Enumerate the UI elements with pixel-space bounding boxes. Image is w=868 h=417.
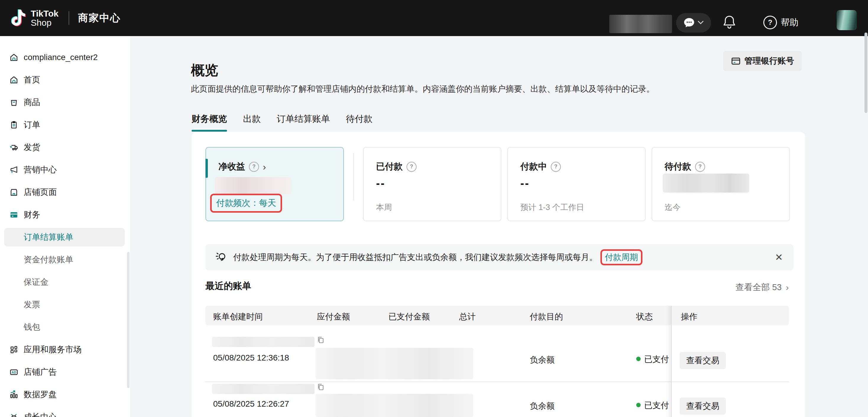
tab-bar: 财务概览 出款 订单结算账单 待付款 (192, 113, 373, 131)
messages-button[interactable] (676, 13, 711, 33)
svg-text:AD: AD (11, 370, 16, 374)
chat-bubble-icon (684, 18, 695, 28)
bill-amounts-redacted (315, 394, 473, 417)
col-total: 总计 (459, 311, 476, 322)
sidebar-item-deposit[interactable]: 保证金 (0, 271, 130, 293)
sidebar-item-apps-services[interactable]: 应用和服务市场 (0, 338, 130, 361)
help-button[interactable]: ? 帮助 (763, 16, 799, 29)
tab-finance-overview[interactable]: 财务概览 (192, 113, 227, 131)
payment-cycle-link[interactable]: 付款周期 (605, 252, 638, 263)
marketing-megaphone-icon (9, 165, 18, 174)
sidebar-item-finance[interactable]: 财务 (0, 204, 130, 226)
net-income-value-redacted (215, 177, 291, 194)
col-payable: 应付金额 (317, 311, 350, 322)
card-note: 预计 1-3 个工作日 (520, 202, 584, 213)
analytics-icon (9, 390, 18, 399)
recent-bills-title: 最近的账单 (206, 280, 251, 292)
card-value: -- (520, 177, 529, 190)
card-value: -- (376, 177, 385, 190)
pending-value-redacted (663, 174, 749, 192)
col-created-at: 账单创建时间 (213, 311, 263, 322)
sidebar-item-data-compass[interactable]: 数据罗盘 (0, 383, 130, 406)
sidebar-item-wallet[interactable]: 钱包 (0, 316, 130, 338)
help-question-icon: ? (763, 16, 777, 29)
avatar[interactable] (837, 10, 857, 30)
sidebar-item-orders[interactable]: 订单 (0, 114, 130, 136)
status-dot (636, 357, 641, 361)
help-circle-icon[interactable]: ? (406, 162, 416, 172)
sidebar-item-home[interactable]: 首页 (0, 69, 130, 91)
sidebar-item-label: 商品 (24, 97, 40, 108)
help-circle-icon[interactable]: ? (551, 162, 561, 172)
bill-id-redacted (212, 337, 315, 347)
payment-frequency-note[interactable]: 付款频次：每天 (216, 197, 276, 209)
brand-line-2: Shop (31, 18, 59, 27)
home-icon (9, 53, 18, 62)
tab-pending-payment[interactable]: 待付款 (346, 113, 373, 131)
bill-created-at: 05/08/2025 12:36:18 (213, 353, 289, 363)
shipping-truck-icon (9, 143, 18, 152)
card-pending-payment: 待付款 ? 迄今 (652, 147, 790, 221)
copy-icon[interactable] (317, 383, 325, 391)
tiktok-logo-icon (11, 9, 27, 27)
sidebar-scrollbar[interactable] (127, 252, 129, 388)
pinned-column-divider (671, 306, 672, 417)
help-circle-icon[interactable]: ? (695, 162, 705, 172)
banner-text: 付款处理周期为每天。为了便于用收益抵扣广告支出或负余额，我们建议发款频次选择每周… (233, 252, 597, 263)
view-transactions-button[interactable]: 查看交易 (680, 397, 726, 415)
sidebar-item-compliance-center[interactable]: compliance_center2 (0, 46, 130, 69)
growth-icon (9, 413, 18, 417)
header-right-cluster: ? 帮助 (609, 0, 868, 36)
chevron-right-icon[interactable]: › (263, 162, 266, 171)
sidebar-item-order-settlement-bills[interactable]: 订单结算账单 (0, 226, 130, 248)
status-badge: 已支付 (644, 400, 669, 411)
annotation-box: 付款周期 (600, 249, 643, 265)
sidebar-item-products[interactable]: 商品 (0, 91, 130, 114)
shop-ads-icon: AD (9, 367, 18, 377)
sidebar-item-label: 保证金 (24, 276, 49, 288)
sidebar-item-invoice[interactable]: 发票 (0, 293, 130, 316)
bill-created-at: 05/08/2025 12:26:27 (213, 399, 289, 409)
notifications-bell-button[interactable] (722, 15, 737, 30)
page-title: 概览 (191, 61, 218, 80)
sidebar-item-label: 订单 (24, 119, 40, 130)
shop-name-redacted[interactable] (609, 15, 672, 33)
sidebar-item-label: 营销中心 (24, 164, 57, 175)
view-transactions-button[interactable]: 查看交易 (680, 352, 726, 369)
row-divider (206, 382, 789, 382)
card-note: 迄今 (664, 202, 681, 213)
bills-table: 账单创建时间 应付金额 已支付金额 总计 付款目的 状态 操作 05/08/20… (206, 306, 789, 417)
copy-icon[interactable] (317, 336, 325, 344)
manage-bank-account-button[interactable]: 管理银行账号 (723, 51, 802, 71)
tab-order-settlement-bills[interactable]: 订单结算账单 (277, 113, 330, 131)
status-badge: 已支付 (644, 354, 669, 365)
sidebar-item-shop-ads[interactable]: AD 店铺广告 (0, 361, 130, 383)
card-net-income[interactable]: 净收益 ? › 付款频次：每天 (206, 147, 344, 221)
col-status: 状态 (636, 311, 653, 322)
table-header: 账单创建时间 应付金额 已支付金额 总计 付款目的 状态 操作 (206, 306, 789, 325)
sidebar-item-growth-center[interactable]: 成长中心 (0, 406, 130, 417)
sidebar-item-fund-payment-bills[interactable]: 资金付款账单 (0, 248, 130, 271)
col-purpose: 付款目的 (530, 311, 563, 322)
tab-withdrawals[interactable]: 出款 (243, 113, 261, 131)
view-all-link[interactable]: 查看全部 53 › (736, 281, 789, 293)
bill-amounts-redacted (315, 348, 473, 379)
sidebar-item-shipping[interactable]: 发货 (0, 136, 130, 158)
card-paying: 付款中 ? -- 预计 1-3 个工作日 (507, 147, 646, 221)
shop-page-icon (9, 188, 18, 197)
brand-wordmark: TikTok Shop (31, 9, 59, 27)
sidebar-item-label: 应用和服务市场 (24, 344, 82, 355)
chevron-down-icon (698, 21, 704, 25)
brand-line-1: TikTok (31, 9, 59, 18)
close-icon[interactable]: ✕ (775, 252, 783, 263)
bill-purpose: 负余额 (530, 354, 555, 365)
sidebar: compliance_center2 首页 商品 订单 发货 营销中心 店铺页面 (0, 36, 130, 417)
apps-grid-icon (9, 345, 18, 354)
payment-cycle-banner: 付款处理周期为每天。为了便于用收益抵扣广告支出或负余额，我们建议发款频次选择每周… (206, 244, 794, 270)
page-scrollbar[interactable] (864, 33, 867, 113)
sidebar-item-shop-page[interactable]: 店铺页面 (0, 181, 130, 204)
col-action: 操作 (681, 311, 698, 322)
help-circle-icon[interactable]: ? (249, 162, 259, 172)
top-bar: TikTok Shop 商家中心 (0, 0, 868, 36)
sidebar-item-marketing[interactable]: 营销中心 (0, 158, 130, 181)
